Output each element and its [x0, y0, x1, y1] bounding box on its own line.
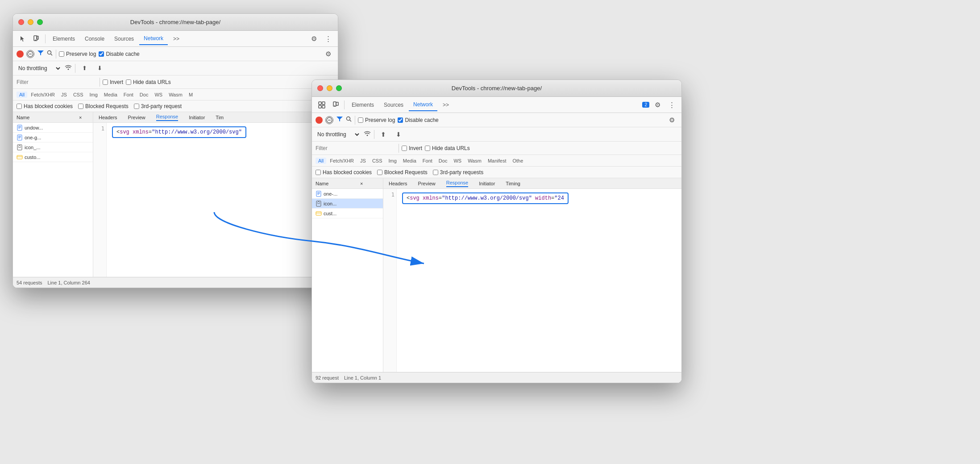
maximize-button-2[interactable]: [336, 85, 342, 91]
type-wasm-2[interactable]: Wasm: [465, 158, 484, 164]
download-icon-1[interactable]: ⬇: [93, 62, 106, 75]
preserve-log-checkbox-1[interactable]: [59, 51, 64, 57]
headers-tab-1[interactable]: Headers: [99, 115, 117, 120]
third-party-label-2[interactable]: 3rd-party requests: [433, 169, 483, 176]
type-other-2[interactable]: Othe: [510, 158, 526, 164]
type-fetch-1[interactable]: Fetch/XHR: [28, 92, 58, 98]
hide-data-checkbox-2[interactable]: [425, 146, 430, 151]
type-manifest-2[interactable]: Manifest: [485, 158, 509, 164]
device-tool-1[interactable]: [30, 33, 42, 45]
throttle-select-1[interactable]: No throttling: [17, 65, 62, 72]
settings-icon-2[interactable]: ⚙: [651, 99, 664, 111]
disable-cache-label-1[interactable]: Disable cache: [99, 51, 139, 57]
tab-elements-2[interactable]: Elements: [347, 99, 378, 111]
type-img-2[interactable]: Img: [386, 158, 399, 164]
close-button-1[interactable]: [18, 19, 24, 25]
disable-cache-checkbox-2[interactable]: [398, 117, 403, 123]
throttle-select-2[interactable]: No throttling: [316, 131, 361, 138]
type-js-1[interactable]: JS: [58, 92, 70, 98]
table-row-one[interactable]: one-...: [312, 189, 383, 199]
more-options-icon-2[interactable]: ⋮: [665, 99, 678, 111]
tab-sources-2[interactable]: Sources: [379, 99, 408, 111]
clear-button-2[interactable]: [325, 116, 333, 124]
table-row-icon[interactable]: icon_...: [13, 142, 93, 152]
minimize-button-2[interactable]: [327, 85, 332, 91]
timing-tab-1[interactable]: Tim: [216, 115, 224, 120]
third-party-checkbox-1[interactable]: [134, 104, 139, 109]
tab-more-1[interactable]: >>: [169, 33, 184, 45]
pointer-tool-1[interactable]: [17, 33, 29, 45]
preserve-log-checkbox-2[interactable]: [358, 117, 363, 123]
preview-tab-2[interactable]: Preview: [418, 181, 436, 186]
settings-icon-1[interactable]: ⚙: [307, 33, 320, 45]
type-font-1[interactable]: Font: [121, 92, 136, 98]
tab-network-2[interactable]: Network: [409, 99, 437, 111]
timing-tab-2[interactable]: Timing: [506, 181, 520, 186]
disable-cache-label-2[interactable]: Disable cache: [398, 117, 438, 123]
filter-input-1[interactable]: [17, 79, 97, 85]
type-wasm-1[interactable]: Wasm: [166, 92, 185, 98]
preview-tab-1[interactable]: Preview: [128, 115, 145, 120]
blocked-cookies-checkbox-2[interactable]: [316, 170, 321, 175]
type-css-1[interactable]: CSS: [71, 92, 86, 98]
record-button-2[interactable]: [316, 117, 323, 124]
blocked-requests-label-1[interactable]: Blocked Requests: [78, 103, 129, 109]
blocked-cookies-checkbox-1[interactable]: [17, 104, 22, 109]
tab-network-1[interactable]: Network: [139, 33, 168, 45]
upload-icon-1[interactable]: ⬆: [78, 62, 91, 75]
filter-input-2[interactable]: [316, 145, 396, 151]
network-settings-icon-2[interactable]: ⚙: [665, 114, 678, 126]
upload-icon-2[interactable]: ⬆: [377, 128, 390, 141]
type-css-2[interactable]: CSS: [370, 158, 385, 164]
table-row-undow[interactable]: undow...: [13, 123, 93, 133]
blocked-requests-label-2[interactable]: Blocked Requests: [377, 169, 428, 176]
preserve-log-label-1[interactable]: Preserve log: [59, 51, 96, 57]
blocked-cookies-label-2[interactable]: Has blocked cookies: [316, 169, 372, 176]
blocked-cookies-label-1[interactable]: Has blocked cookies: [17, 103, 73, 109]
table-row-cust2[interactable]: cust...: [312, 209, 383, 218]
pointer-tool-2[interactable]: [316, 99, 328, 111]
table-row-custo[interactable]: custo...: [13, 152, 93, 162]
type-all-2[interactable]: All: [316, 158, 326, 164]
invert-label-1[interactable]: Invert: [103, 79, 123, 85]
type-m-1[interactable]: M: [186, 92, 195, 98]
device-tool-2[interactable]: [329, 99, 341, 111]
type-media-2[interactable]: Media: [400, 158, 419, 164]
third-party-checkbox-2[interactable]: [433, 170, 438, 175]
hide-data-checkbox-1[interactable]: [126, 79, 131, 85]
type-img-1[interactable]: Img: [87, 92, 100, 98]
hide-data-label-1[interactable]: Hide data URLs: [126, 79, 171, 85]
minimize-button-1[interactable]: [28, 19, 33, 25]
type-font-2[interactable]: Font: [420, 158, 435, 164]
type-ws-1[interactable]: WS: [152, 92, 165, 98]
type-doc-1[interactable]: Doc: [137, 92, 151, 98]
tab-elements-1[interactable]: Elements: [48, 33, 79, 45]
table-row-icon2[interactable]: icon...: [312, 199, 383, 209]
tab-more-2[interactable]: >>: [438, 99, 453, 111]
close-button-2[interactable]: [317, 85, 323, 91]
third-party-label-1[interactable]: 3rd-party request: [134, 103, 182, 109]
hide-data-label-2[interactable]: Hide data URLs: [425, 145, 470, 151]
blocked-requests-checkbox-2[interactable]: [377, 170, 382, 175]
type-doc-2[interactable]: Doc: [436, 158, 450, 164]
preserve-log-label-2[interactable]: Preserve log: [358, 117, 395, 123]
network-settings-icon-1[interactable]: ⚙: [322, 48, 334, 60]
response-tab-2[interactable]: Response: [446, 180, 469, 187]
clear-button-1[interactable]: [26, 50, 34, 58]
type-all-1[interactable]: All: [17, 92, 27, 98]
tab-sources-1[interactable]: Sources: [110, 33, 138, 45]
record-button-1[interactable]: [17, 50, 24, 58]
type-fetch-2[interactable]: Fetch/XHR: [327, 158, 357, 164]
tab-console-1[interactable]: Console: [80, 33, 109, 45]
maximize-button-1[interactable]: [37, 19, 43, 25]
more-options-icon-1[interactable]: ⋮: [322, 33, 334, 45]
type-ws-2[interactable]: WS: [451, 158, 464, 164]
headers-tab-2[interactable]: Headers: [389, 181, 407, 186]
invert-checkbox-1[interactable]: [103, 79, 108, 85]
invert-label-2[interactable]: Invert: [402, 145, 422, 151]
type-media-1[interactable]: Media: [101, 92, 120, 98]
table-row-oneg[interactable]: one-g...: [13, 133, 93, 142]
invert-checkbox-2[interactable]: [402, 146, 407, 151]
download-icon-2[interactable]: ⬇: [392, 128, 405, 141]
initiator-tab-1[interactable]: Initiator: [189, 115, 205, 120]
